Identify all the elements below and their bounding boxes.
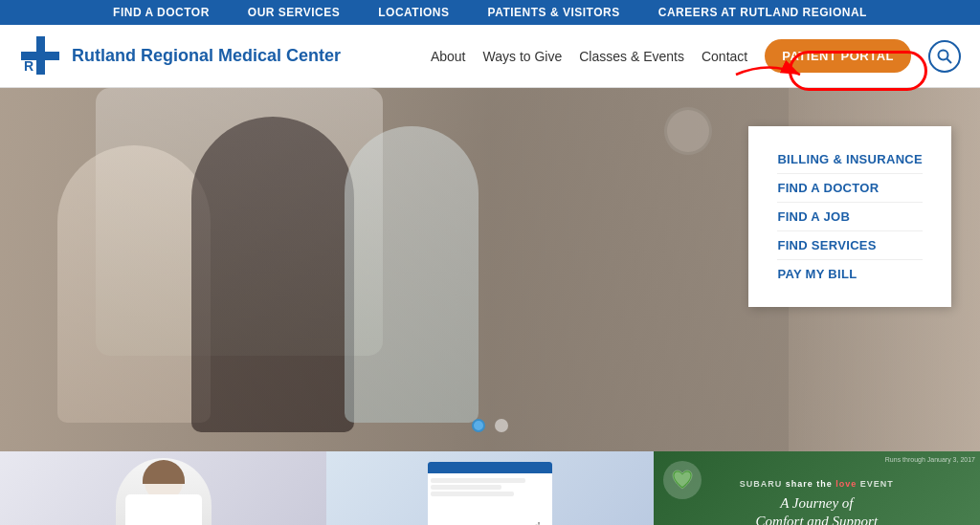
logo-text: Rutland Regional Medical Center	[72, 46, 341, 66]
quick-link-find-services[interactable]: FIND SERVICES	[777, 231, 923, 260]
carousel-dots	[472, 419, 508, 432]
carousel-dot-1[interactable]	[472, 419, 485, 432]
svg-line-5	[947, 58, 952, 63]
figure-center	[191, 117, 354, 432]
top-nav-patients-visitors[interactable]: PATIENTS & VISITORS	[488, 6, 620, 19]
hero-section: BILLING & INSURANCE FIND A DOCTOR FIND A…	[0, 88, 980, 451]
figure-left	[57, 145, 211, 423]
nav-about[interactable]: About	[431, 49, 466, 64]
svg-text:R: R	[24, 58, 33, 74]
search-button[interactable]	[928, 40, 961, 73]
carousel-dot-2[interactable]	[495, 419, 508, 432]
nav-classes-events[interactable]: Classes & Events	[579, 49, 684, 64]
top-nav-our-services[interactable]: OUR SERVICES	[248, 6, 340, 19]
search-icon	[937, 49, 952, 64]
bottom-cards: ⚕ Runs through January 3, 2017 SUBARU sh…	[0, 451, 980, 525]
nav-ways-to-give[interactable]: Ways to Give	[483, 49, 563, 64]
card-event-date: Runs through January 3, 2017	[885, 456, 975, 463]
subaru-text: SUBARU share the love EVENT A Journey of…	[740, 479, 894, 526]
quick-link-find-job[interactable]: FIND A JOB	[777, 203, 923, 231]
quick-link-find-doctor[interactable]: FIND A DOCTOR	[777, 174, 923, 203]
header: R Rutland Regional Medical Center About …	[0, 25, 980, 88]
quick-links-box: BILLING & INSURANCE FIND A DOCTOR FIND A…	[748, 126, 951, 307]
logo-icon: R	[19, 34, 62, 77]
top-nav: FIND A DOCTOR OUR SERVICES LOCATIONS PAT…	[0, 0, 980, 25]
card-doctor[interactable]	[0, 451, 326, 525]
figure-right	[345, 126, 479, 423]
svg-point-4	[939, 50, 948, 59]
main-nav: About Ways to Give Classes & Events Cont…	[431, 39, 961, 73]
patient-portal-button[interactable]: PATIENT PORTAL	[765, 39, 911, 73]
nav-contact[interactable]: Contact	[702, 49, 747, 64]
card-website[interactable]: ⚕	[326, 451, 653, 525]
heart-icon	[663, 461, 702, 499]
card-subaru[interactable]: Runs through January 3, 2017 SUBARU shar…	[654, 451, 980, 525]
wall-clock	[664, 107, 712, 155]
top-nav-find-a-doctor[interactable]: FIND A DOCTOR	[113, 6, 210, 19]
quick-link-pay-bill[interactable]: PAY MY BILL	[777, 260, 923, 288]
website-thumbnail: ⚕	[428, 462, 552, 525]
top-nav-locations[interactable]: LOCATIONS	[378, 6, 449, 19]
top-nav-careers[interactable]: CAREERS AT RUTLAND REGIONAL	[658, 6, 867, 19]
logo-area[interactable]: R Rutland Regional Medical Center	[19, 34, 341, 77]
quick-link-billing[interactable]: BILLING & INSURANCE	[777, 145, 923, 174]
